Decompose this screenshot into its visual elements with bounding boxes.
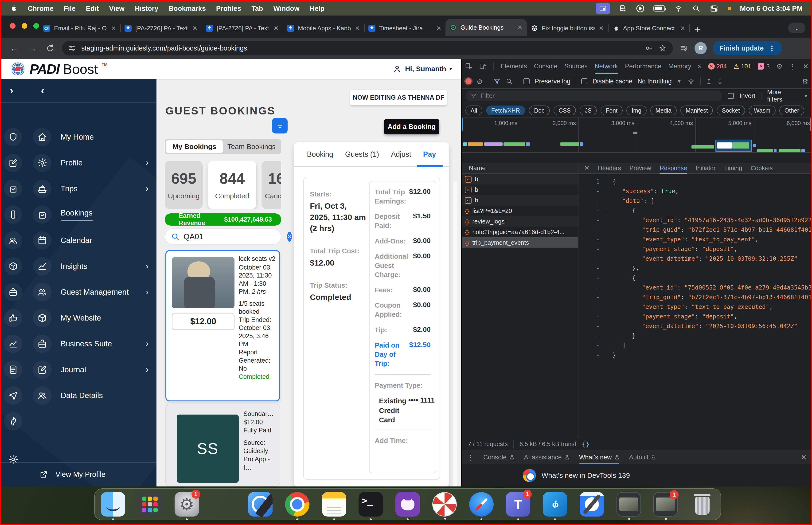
sidebar-nav-item[interactable]: Guest Management ›	[25, 283, 156, 301]
close-window-button[interactable]	[10, 23, 16, 29]
drawer-close-icon[interactable]: ✕	[801, 453, 807, 462]
devtools-settings-icon[interactable]: ⚙	[776, 62, 783, 71]
timeline-brush-left[interactable]	[462, 118, 463, 131]
reload-button[interactable]	[46, 44, 55, 53]
dock-app-icon[interactable]: 1	[506, 492, 530, 516]
dock-app-icon[interactable]	[248, 492, 273, 516]
devtools-tab[interactable]: Sources	[564, 59, 588, 74]
site-settings-icon[interactable]	[68, 44, 76, 52]
request-type-chip[interactable]: Other	[779, 106, 805, 115]
network-request-row[interactable]: ‹› b	[462, 195, 578, 206]
stat-card[interactable]: 695 Upcoming	[165, 161, 203, 209]
whats-new-message[interactable]: What's new in DevTools 139	[541, 471, 630, 479]
minimize-window-button[interactable]	[21, 23, 27, 29]
inspect-element-icon[interactable]	[465, 62, 473, 70]
console-warnings-badge[interactable]: ⚠101	[733, 62, 751, 70]
response-tab[interactable]: Timing	[724, 162, 742, 174]
network-request-row[interactable]: {} note?tripguid=aa7a616d-d1b2-4...	[462, 227, 578, 237]
menubar-item[interactable]: Profiles	[216, 5, 241, 13]
request-type-chip[interactable]: Font	[600, 106, 623, 115]
search-input[interactable]	[183, 232, 284, 241]
request-type-chip[interactable]: All	[465, 106, 482, 115]
disable-cache-checkbox[interactable]	[581, 78, 587, 84]
menubar-clock[interactable]: Mon 6 Oct 3:04 PM	[740, 4, 802, 13]
reading-list-icon[interactable]	[679, 44, 688, 52]
response-tab[interactable]: Cookies	[751, 162, 773, 174]
stat-card[interactable]: 166 Cancelled	[261, 161, 281, 209]
drawer-tab[interactable]: Autofill	[629, 450, 656, 465]
network-filter-icon[interactable]	[493, 78, 501, 85]
browser-tab[interactable]: Email - Ritu Raj - Out ✕	[39, 21, 120, 36]
rail-icon[interactable]	[4, 309, 22, 327]
sidebar-nav-item[interactable]: Business Suite ›	[25, 335, 156, 353]
network-filter-input[interactable]: Filter	[465, 90, 722, 101]
network-request-row[interactable]: {} list?P=1&L=20	[462, 206, 578, 216]
request-type-chip[interactable]: JS	[580, 106, 597, 115]
rail-icon[interactable]	[4, 283, 22, 301]
menubar-item[interactable]: Bookmarks	[169, 5, 206, 13]
network-request-row[interactable]: {} trip_payment_events	[462, 237, 578, 248]
dock-app-icon[interactable]	[285, 492, 309, 516]
dock-app-icon[interactable]	[395, 492, 420, 516]
rail-icon[interactable]	[4, 154, 22, 172]
browser-tab[interactable]: Guide Bookings ✕	[445, 19, 527, 36]
rail-icon[interactable]	[4, 231, 22, 250]
sidebar-nav-item[interactable]: Trips ›	[25, 180, 156, 198]
sidebar-nav-item[interactable]: Data Details ›	[25, 386, 156, 405]
devtools-menu-icon[interactable]: ⋮	[789, 62, 796, 71]
scrollbar[interactable]	[453, 182, 457, 486]
add-booking-button[interactable]: Add a Booking	[384, 119, 439, 134]
browser-tab[interactable]: Mobile Apps - Kanba ✕	[283, 21, 364, 36]
spotlight-search-icon[interactable]	[692, 4, 700, 13]
request-type-chip[interactable]: Wasm	[749, 106, 776, 115]
profile-avatar[interactable]: R	[694, 42, 707, 54]
network-search-icon[interactable]	[506, 78, 513, 85]
menubar-item[interactable]: Help	[310, 5, 324, 13]
response-tab[interactable]: Response	[659, 162, 687, 174]
forward-button[interactable]: →	[28, 43, 37, 54]
sidebar-nav-item[interactable]: Bookings ›	[25, 205, 156, 224]
sidebar-nav-item[interactable]: Profile ›	[25, 154, 156, 172]
tab-close-icon[interactable]: ✕	[436, 25, 441, 32]
browser-tab[interactable]: App Store Connect ✕	[608, 21, 689, 36]
url-text[interactable]: staging-admin.guidesly.com/padi-boost/gu…	[81, 44, 640, 52]
console-errors-badge[interactable]: ✕284	[708, 63, 727, 70]
request-type-chip[interactable]: Img	[626, 106, 647, 115]
tab-search-button[interactable]: ⌄	[788, 22, 806, 33]
address-bar[interactable]: staging-admin.guidesly.com/padi-boost/gu…	[62, 41, 673, 56]
menubar-item[interactable]: View	[109, 5, 124, 13]
view-profile-link[interactable]: View My Profile	[1, 462, 156, 486]
rail-icon[interactable]	[4, 128, 22, 146]
device-toolbar-icon[interactable]	[479, 62, 487, 70]
rail-icon[interactable]	[4, 386, 22, 405]
rail-icon[interactable]	[4, 360, 22, 379]
format-json-icon[interactable]: {}	[582, 440, 589, 448]
browser-tab[interactable]: [PA-2726] PA - Text t ✕	[202, 21, 283, 36]
devtools-tab[interactable]: Performance	[625, 59, 661, 74]
more-tabs-icon[interactable]: »	[698, 62, 702, 70]
sidebar-nav-item[interactable]: My Website ›	[25, 309, 156, 327]
network-overview-timeline[interactable]: 1,000 ms2,000 ms3,000 ms4,000 ms5,000 ms…	[462, 118, 812, 153]
browser-tab[interactable]: Fix toggle button iss ✕	[527, 21, 608, 36]
import-har-icon[interactable]: ↥	[706, 77, 712, 86]
stat-card[interactable]: 844 Completed	[208, 161, 256, 209]
export-har-icon[interactable]: ↧	[717, 77, 723, 86]
padi-boost-logo[interactable]: PADI Boost TM	[10, 61, 107, 77]
menubar-item[interactable]: Edit	[86, 5, 99, 13]
issues-badge[interactable]: ✕3	[758, 63, 769, 70]
tab-close-icon[interactable]: ✕	[517, 24, 523, 31]
sidebar-nav-item[interactable]: Calendar ›	[25, 231, 156, 250]
dock-app-icon[interactable]	[211, 492, 236, 516]
drawer-menu-icon[interactable]: ⋮	[467, 453, 474, 462]
sidebar-nav-item[interactable]: Insights ›	[25, 257, 156, 275]
detail-tab[interactable]: Pay	[423, 150, 436, 159]
tab-close-icon[interactable]: ✕	[599, 25, 604, 32]
dock-app-icon[interactable]	[432, 492, 457, 516]
dock-app-icon[interactable]	[469, 492, 494, 516]
record-network-icon[interactable]	[465, 78, 472, 84]
tab-close-icon[interactable]: ✕	[274, 25, 279, 32]
request-type-chip[interactable]: Doc	[529, 106, 550, 115]
screen-sharing-icon[interactable]	[596, 3, 610, 14]
network-settings-icon[interactable]: ⚙	[802, 77, 808, 86]
maximize-window-button[interactable]	[33, 23, 39, 29]
